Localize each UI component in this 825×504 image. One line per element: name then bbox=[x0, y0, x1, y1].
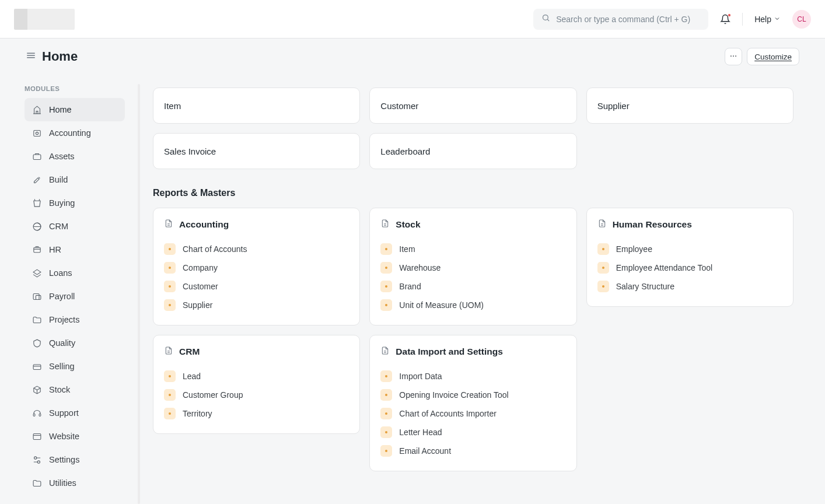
report-link[interactable]: Employee Attendance Tool bbox=[597, 258, 782, 277]
more-actions-button[interactable] bbox=[725, 48, 742, 65]
sidebar-item-crm[interactable]: CRM bbox=[25, 215, 125, 238]
report-link-label: Lead bbox=[183, 372, 201, 381]
sidebar-item-build[interactable]: Build bbox=[25, 168, 125, 191]
bullet-icon bbox=[380, 426, 392, 438]
report-link[interactable]: Letter Head bbox=[380, 423, 565, 442]
report-card-accounting: AccountingChart of AccountsCompanyCustom… bbox=[153, 208, 360, 326]
report-link[interactable]: Warehouse bbox=[380, 258, 565, 277]
logo[interactable] bbox=[14, 9, 75, 30]
bullet-icon bbox=[380, 299, 392, 311]
report-link-label: Chart of Accounts Importer bbox=[399, 409, 497, 418]
sidebar-item-selling[interactable]: Selling bbox=[25, 355, 125, 378]
quick-link-supplier[interactable]: Supplier bbox=[586, 88, 793, 124]
sidebar-item-label: Projects bbox=[49, 315, 79, 324]
avatar[interactable]: CL bbox=[792, 10, 811, 29]
accounting-icon bbox=[32, 128, 42, 138]
bullet-icon bbox=[164, 262, 176, 274]
report-link[interactable]: Territory bbox=[164, 404, 349, 423]
bullet-icon bbox=[380, 445, 392, 457]
report-link[interactable]: Brand bbox=[380, 277, 565, 296]
hr-icon bbox=[32, 244, 42, 255]
svg-point-6 bbox=[733, 55, 734, 57]
sidebar-item-label: Payroll bbox=[49, 292, 75, 301]
help-dropdown[interactable]: Help bbox=[754, 15, 781, 24]
sidebar-item-support[interactable]: Support bbox=[25, 401, 125, 425]
report-card-data-import-and-settings: Data Import and SettingsImport DataOpeni… bbox=[369, 335, 576, 471]
svg-rect-10 bbox=[33, 154, 41, 159]
report-link-label: Employee Attendance Tool bbox=[616, 263, 713, 272]
sidebar-item-quality[interactable]: Quality bbox=[25, 331, 125, 355]
svg-point-19 bbox=[34, 456, 36, 459]
section-reports-title: Reports & Masters bbox=[153, 188, 793, 198]
sidebar-item-payroll[interactable]: Payroll bbox=[25, 285, 125, 308]
sidebar-item-accounting[interactable]: Accounting bbox=[25, 121, 125, 145]
sidebar-item-label: HR bbox=[49, 245, 61, 254]
sidebar-item-utilities[interactable]: Utilities bbox=[25, 471, 125, 495]
report-link-label: Company bbox=[183, 263, 218, 272]
report-link-label: Salary Structure bbox=[616, 282, 674, 291]
svg-rect-13 bbox=[33, 293, 39, 299]
quick-link-leaderboard[interactable]: Leaderboard bbox=[369, 133, 576, 169]
chevron-down-icon bbox=[774, 15, 781, 24]
bullet-icon bbox=[380, 389, 392, 401]
report-link[interactable]: Import Data bbox=[380, 367, 565, 386]
report-link[interactable]: Supplier bbox=[164, 296, 349, 314]
svg-line-1 bbox=[548, 19, 550, 21]
report-link[interactable]: Salary Structure bbox=[597, 277, 782, 296]
report-link[interactable]: Customer bbox=[164, 277, 349, 296]
search-input[interactable] bbox=[556, 15, 700, 24]
main-content: ItemCustomerSupplierSales InvoiceLeaderb… bbox=[140, 38, 825, 504]
notifications-button[interactable] bbox=[720, 14, 730, 24]
quick-link-sales-invoice[interactable]: Sales Invoice bbox=[153, 133, 360, 169]
report-link-label: Chart of Accounts bbox=[183, 244, 247, 254]
report-link[interactable]: Opening Invoice Creation Tool bbox=[380, 386, 565, 404]
report-link[interactable]: Chart of Accounts Importer bbox=[380, 404, 565, 423]
sidebar-item-settings[interactable]: Settings bbox=[25, 448, 125, 471]
sidebar-item-label: Stock bbox=[49, 385, 70, 394]
report-link-label: Customer Group bbox=[183, 390, 243, 400]
sidebar-item-projects[interactable]: Projects bbox=[25, 308, 125, 331]
report-link[interactable]: Chart of Accounts bbox=[164, 240, 349, 258]
bullet-icon bbox=[164, 408, 176, 419]
customize-button[interactable]: Customize bbox=[747, 48, 799, 65]
notification-indicator bbox=[728, 13, 731, 17]
report-link-label: Customer bbox=[183, 282, 218, 291]
sidebar-item-label: Build bbox=[49, 175, 68, 184]
svg-rect-12 bbox=[33, 247, 40, 253]
svg-point-7 bbox=[735, 55, 736, 57]
bullet-icon bbox=[380, 262, 392, 274]
report-link[interactable]: Item bbox=[380, 240, 565, 258]
svg-rect-17 bbox=[39, 414, 41, 416]
report-card-title: Stock bbox=[396, 219, 420, 230]
report-link[interactable]: Lead bbox=[164, 367, 349, 386]
bullet-icon bbox=[597, 281, 609, 292]
sidebar-item-assets[interactable]: Assets bbox=[25, 145, 125, 168]
report-link[interactable]: Unit of Measure (UOM) bbox=[380, 296, 565, 314]
selling-icon bbox=[32, 361, 42, 372]
report-link[interactable]: Customer Group bbox=[164, 386, 349, 404]
settings-icon bbox=[32, 454, 42, 465]
bullet-icon bbox=[164, 281, 176, 292]
report-link[interactable]: Company bbox=[164, 258, 349, 277]
report-link-label: Unit of Measure (UOM) bbox=[399, 300, 484, 310]
sidebar-item-stock[interactable]: Stock bbox=[25, 378, 125, 401]
svg-rect-18 bbox=[33, 433, 41, 439]
svg-rect-14 bbox=[36, 295, 41, 299]
report-link[interactable]: Employee bbox=[597, 240, 782, 258]
quick-link-item[interactable]: Item bbox=[153, 88, 360, 124]
svg-rect-16 bbox=[33, 414, 35, 416]
sidebar-item-buying[interactable]: Buying bbox=[25, 191, 125, 215]
report-link[interactable]: Email Account bbox=[380, 442, 565, 460]
bullet-icon bbox=[597, 262, 609, 274]
report-card-stock: StockItemWarehouseBrandUnit of Measure (… bbox=[369, 208, 576, 326]
sidebar-item-label: Quality bbox=[49, 338, 75, 348]
sidebar-item-hr[interactable]: HR bbox=[25, 238, 125, 261]
sidebar-item-home[interactable]: Home bbox=[25, 98, 125, 121]
search-input-wrapper[interactable] bbox=[533, 9, 708, 30]
sidebar-item-website[interactable]: Website bbox=[25, 425, 125, 448]
sidebar-item-loans[interactable]: Loans bbox=[25, 261, 125, 285]
quick-link-customer[interactable]: Customer bbox=[369, 88, 576, 124]
sidebar-item-label: Accounting bbox=[49, 128, 91, 138]
search-icon bbox=[541, 13, 550, 24]
crm-icon bbox=[32, 221, 42, 232]
